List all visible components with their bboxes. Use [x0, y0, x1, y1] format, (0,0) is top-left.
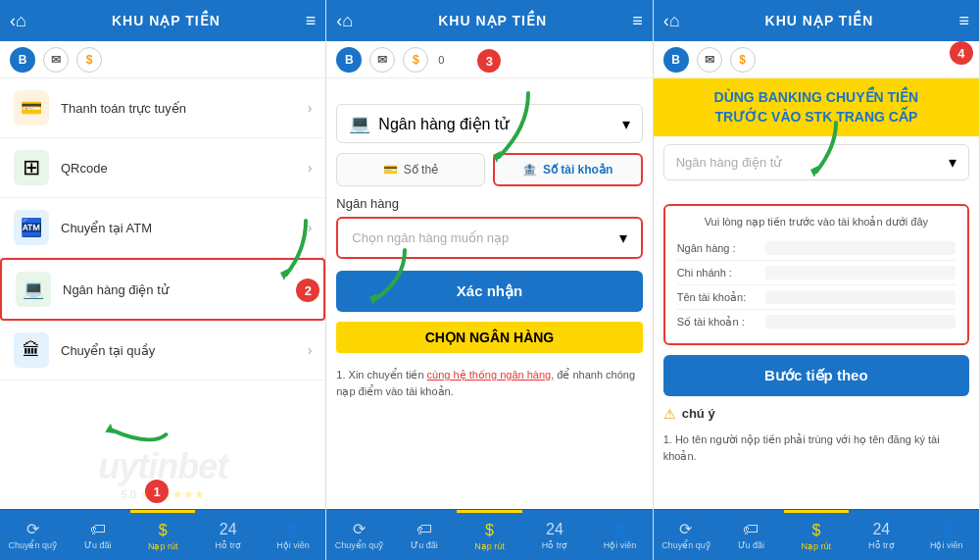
sotaikhoan-label: Số tài khoản	[543, 163, 612, 177]
instruction-link[interactable]: cùng hệ thống ngân hàng	[427, 369, 552, 381]
ht-label-2: Hỗ trợ	[542, 540, 568, 550]
tab-uudai-3[interactable]: 🏷 Ưu đãi	[718, 510, 783, 560]
tabbar-1: ⟳ Chuyển quỹ 🏷 Ưu đãi $ Nạp rút 24 Hỗ tr…	[0, 509, 325, 560]
arrow-to-bankselect	[356, 245, 415, 308]
sothé-btn[interactable]: 💳 Số thẻ	[336, 153, 484, 186]
nr-icon-2: $	[485, 522, 494, 539]
sub-header-3: B ✉ $	[654, 41, 979, 78]
tab-hotro-3[interactable]: 24 Hỗ trợ	[849, 510, 913, 560]
ud-label-2: Ưu đãi	[411, 540, 438, 550]
tab-chuyenquy-3[interactable]: ⟳ Chuyển quỹ	[654, 510, 718, 560]
sub-msg-icon-2[interactable]: ✉	[369, 47, 395, 73]
hv-label-3: Hội viên	[930, 540, 963, 550]
p3-bank-chevron: ▾	[949, 153, 956, 172]
p3-note-text: 1. Ho tên người nộp tiền phải trùng với …	[654, 432, 979, 464]
cq-icon-3: ⟳	[679, 520, 692, 538]
form-val-accnum	[765, 315, 956, 329]
ht-label-3: Hỗ trợ	[868, 540, 895, 550]
tab-hoivien-3[interactable]: 👤 Hội viên	[914, 510, 979, 560]
sub-b-icon-2[interactable]: B	[336, 47, 362, 73]
tab-chuyenquy-label-1: Chuyển quỹ	[8, 540, 57, 550]
tab-uudai-1[interactable]: 🏷 Ưu đãi	[65, 510, 129, 560]
chuyenquy-icon-1: ⟳	[26, 520, 39, 538]
form-val-branch	[765, 266, 956, 280]
menu-icon-1[interactable]: ≡	[306, 11, 317, 31]
tab-hoivien-label-1: Hội viên	[276, 540, 310, 550]
counter-label: Chuyển tại quầy	[61, 343, 308, 358]
arrow-to-ebank	[267, 216, 316, 288]
sub-msg-icon-3[interactable]: ✉	[697, 47, 722, 73]
panel-1: ‹ ⌂ KHU NẠP TIỀN ≡ B ✉ $ 💳 Thanh toán tr…	[0, 0, 326, 560]
tab-naprut-1[interactable]: $ Nạp rút	[130, 510, 195, 560]
tab-hoivien-1[interactable]: 👤 Hội viên	[261, 510, 325, 560]
sub-msg-icon-1[interactable]: ✉	[43, 47, 69, 73]
hoivien-icon-1: 👤	[283, 520, 303, 538]
form-key-name: Tên tài khoản:	[677, 291, 765, 304]
sub-b-icon-1[interactable]: B	[10, 47, 35, 73]
tab-uudai-2[interactable]: 🏷 Ưu đãi	[392, 510, 457, 560]
naprut-icon-1: $	[159, 522, 168, 539]
tab-naprut-label-1: Nạp rút	[148, 541, 178, 551]
header-1: ‹ ⌂ KHU NẠP TIỀN ≡	[0, 0, 325, 41]
hv-label-2: Hội viên	[604, 540, 637, 550]
header-title-3: KHU NẠP TIỀN	[680, 13, 959, 28]
qr-icon: ⊞	[14, 150, 49, 185]
ebank-icon: 💻	[16, 272, 51, 307]
p3-bank-placeholder: Ngân hàng điện tử	[676, 155, 782, 170]
atm-icon: 🏧	[14, 210, 49, 245]
sub-dollar-icon-1[interactable]: $	[76, 47, 102, 73]
tab-naprut-2[interactable]: $ Nạp rút	[457, 510, 521, 560]
header-title-1: KHU NẠP TIỀN	[26, 13, 306, 28]
sub-dollar-icon-3[interactable]: $	[730, 47, 756, 73]
arrow-to-form	[797, 118, 846, 180]
nr-icon-3: $	[811, 522, 820, 539]
form-row-accnum: Số tài khoản :	[677, 310, 956, 333]
tab-hoivien-2[interactable]: 👤 Hội viên	[587, 510, 652, 560]
p3-form-box: Vui lòng nạp tiền trước vào tài khoản dư…	[663, 204, 969, 345]
header-2: ‹ ⌂ KHU NẠP TIỀN ≡	[326, 0, 652, 41]
bank-section-label: Ngân hàng	[336, 196, 642, 211]
sub-dollar-icon-2[interactable]: $	[403, 47, 428, 73]
menu-item-payment[interactable]: 💳 Thanh toán trực tuyến ›	[0, 78, 325, 138]
counter-icon: 🏛	[14, 332, 49, 368]
cq-label-2: Chuyển quỹ	[335, 540, 384, 550]
nr-label-2: Nạp rút	[474, 541, 505, 551]
cq-label-3: Chuyển quỹ	[662, 540, 710, 550]
menu-item-qr[interactable]: ⊞ QRcode ›	[0, 138, 325, 198]
form-row-branch: Chi nhánh :	[677, 261, 956, 285]
menu-icon-3[interactable]: ≡	[958, 11, 969, 31]
qr-arrow: ›	[308, 160, 313, 176]
sub-header-1: B ✉ $	[0, 41, 325, 78]
ud-icon-2: 🏷	[416, 521, 432, 538]
next-button[interactable]: Bước tiếp theo	[663, 355, 969, 396]
p3-note-row: ⚠ chú ý	[654, 396, 979, 432]
payment-icon: 💳	[14, 90, 49, 126]
home-icon-2[interactable]: ⌂	[342, 11, 353, 31]
ht-icon-2: 24	[546, 521, 564, 538]
sub-b-icon-3[interactable]: B	[663, 47, 689, 73]
tab-naprut-3[interactable]: $ Nạp rút	[784, 510, 849, 560]
banner-line1: DÙNG BANKING CHUYỂN TIỀN	[665, 88, 967, 108]
payment-arrow: ›	[308, 100, 313, 116]
hv-icon-2: 👤	[610, 520, 629, 538]
form-title: Vui lòng nạp tiền trước vào tài khoản dư…	[677, 216, 956, 229]
sothe-icon: 💳	[383, 163, 398, 177]
menu-item-counter[interactable]: 🏛 Chuyển tại quầy ›	[0, 321, 325, 381]
ud-label-3: Ưu đãi	[738, 540, 765, 550]
choose-bank-label: CHỌN NGÂN HÀNG	[336, 322, 642, 353]
form-row-name: Tên tài khoản:	[677, 285, 956, 310]
home-icon-3[interactable]: ⌂	[669, 11, 680, 31]
bank-chevron: ▾	[619, 229, 627, 247]
tab-hotro-1[interactable]: 24 Hỗ trợ	[195, 510, 260, 560]
bank-type-icon: 💻	[349, 113, 370, 134]
panel-2: ‹ ⌂ KHU NẠP TIỀN ≡ B ✉ $ 0 3 💻 Ngân hàng…	[326, 0, 653, 560]
home-icon-1[interactable]: ⌂	[16, 11, 26, 31]
tab-hotro-2[interactable]: 24 Hỗ trợ	[522, 510, 587, 560]
ht-icon-3: 24	[872, 521, 890, 538]
menu-icon-2[interactable]: ≡	[632, 11, 643, 31]
bank-placeholder: Chọn ngân hàng muốn nạp	[352, 230, 509, 245]
tab-chuyenquy-2[interactable]: ⟳ Chuyển quỹ	[326, 510, 391, 560]
note-warning-icon: ⚠	[663, 406, 676, 422]
tab-chuyenquy-1[interactable]: ⟳ Chuyển quỹ	[0, 510, 65, 560]
step-1-circle: 1	[145, 480, 169, 503]
